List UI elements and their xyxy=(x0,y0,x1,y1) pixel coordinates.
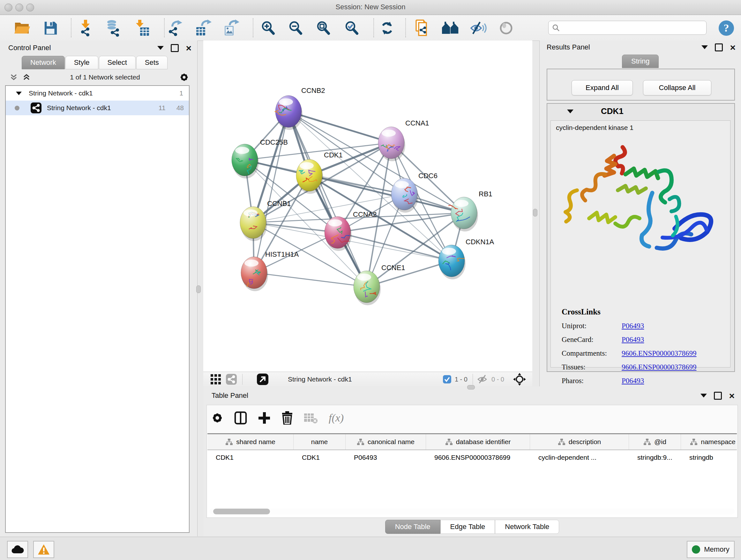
panel-close-icon[interactable]: × xyxy=(186,45,192,51)
table-cell[interactable]: cyclin-dependent ... xyxy=(530,454,629,461)
network-edge[interactable] xyxy=(288,111,367,287)
panel-maximize-icon[interactable] xyxy=(714,392,722,400)
network-collection-row[interactable]: String Network - cdk1 1 xyxy=(6,86,189,101)
crosslink-pharos[interactable]: P06493 xyxy=(622,377,644,385)
search-input[interactable] xyxy=(560,24,698,32)
column-header--id[interactable]: @id xyxy=(629,434,681,449)
table-cell[interactable]: stringdb xyxy=(681,454,741,461)
panel-close-icon[interactable]: × xyxy=(729,393,735,399)
column-header-description[interactable]: description xyxy=(530,434,629,449)
share-document-button[interactable] xyxy=(412,19,431,37)
refresh-button[interactable] xyxy=(378,19,397,37)
tab-style[interactable]: Style xyxy=(65,56,98,69)
panel-maximize-icon[interactable] xyxy=(715,44,723,51)
import-network-database-button[interactable] xyxy=(104,19,123,37)
preview-button[interactable] xyxy=(496,19,516,37)
gear-icon[interactable] xyxy=(179,72,189,82)
network-node-CCNB2[interactable]: CCNB2 xyxy=(275,86,325,130)
table-cell[interactable]: 9606.ENSP00000378699 xyxy=(426,454,530,461)
crosslink-uniprot[interactable]: P06493 xyxy=(622,322,644,330)
collapse-all-button[interactable]: Collapse All xyxy=(643,80,711,96)
crosslink-tissues[interactable]: 9606.ENSP00000378699 xyxy=(622,363,697,371)
table-settings-gear-icon[interactable] xyxy=(211,412,223,424)
tab-select[interactable]: Select xyxy=(99,56,136,69)
network-node-RB1[interactable]: RB1 xyxy=(448,190,492,232)
crosslinks-heading: CrossLinks xyxy=(562,307,697,316)
panel-float-icon[interactable] xyxy=(701,45,708,49)
panel-maximize-icon[interactable] xyxy=(171,44,179,52)
import-network-file-button[interactable] xyxy=(77,19,96,37)
delete-table-icon[interactable] xyxy=(304,412,318,424)
export-image-button[interactable] xyxy=(221,19,241,37)
table-cell[interactable]: P06493 xyxy=(346,454,426,461)
panel-float-icon[interactable] xyxy=(157,46,164,50)
show-columns-icon[interactable] xyxy=(234,411,247,425)
collapse-all-icon[interactable] xyxy=(10,73,18,81)
export-table-button[interactable] xyxy=(194,19,213,37)
column-header-name[interactable]: name xyxy=(293,434,346,449)
network-edge[interactable] xyxy=(288,111,391,143)
cloud-button[interactable] xyxy=(7,541,28,558)
horizontal-scrollbar[interactable] xyxy=(209,509,735,514)
tab-edge-table[interactable]: Edge Table xyxy=(441,520,495,534)
pan-crosshair-icon[interactable] xyxy=(513,373,526,386)
network-canvas[interactable]: CCNB2CCNA1CDC25BCDK1CDC6RB1CCNB1CCNA2CDK… xyxy=(203,41,532,372)
tab-string[interactable]: String xyxy=(622,55,659,68)
table-row[interactable]: CDK1CDK1P064939606.ENSP00000378699cyclin… xyxy=(207,450,737,465)
gene-panel: CDK1 cyclin-dependent kinase 1 xyxy=(547,103,735,372)
selected-checkbox-icon[interactable] xyxy=(443,375,452,384)
tab-node-table[interactable]: Node Table xyxy=(385,520,441,534)
network-node-CDKN1A[interactable]: CDKN1A xyxy=(439,238,494,279)
delete-column-icon[interactable] xyxy=(281,411,293,425)
left-divider-handle[interactable] xyxy=(196,286,201,293)
help-button[interactable]: ? xyxy=(717,19,736,37)
warnings-button[interactable] xyxy=(33,541,54,558)
hidden-eye-icon[interactable] xyxy=(477,374,488,384)
network-edge[interactable] xyxy=(254,111,288,273)
node-table: shared namenamecanonical namedatabase id… xyxy=(207,433,737,517)
panel-float-icon[interactable] xyxy=(700,394,707,397)
network-node-CDC6[interactable]: CDC6 xyxy=(391,172,437,212)
save-session-button[interactable] xyxy=(41,19,60,37)
network-edge[interactable] xyxy=(254,273,367,287)
gene-collapse-icon[interactable] xyxy=(567,110,574,113)
bottom-divider-handle[interactable] xyxy=(467,385,475,389)
add-column-icon[interactable] xyxy=(258,412,271,424)
panel-close-icon[interactable]: × xyxy=(730,44,736,51)
memory-button[interactable]: Memory xyxy=(687,541,735,558)
table-cell[interactable]: CDK1 xyxy=(207,454,293,461)
column-header-canonical-name[interactable]: canonical name xyxy=(346,434,426,449)
hide-unhide-button[interactable] xyxy=(469,19,488,37)
expand-all-icon[interactable] xyxy=(22,73,30,81)
column-header-namespace[interactable]: namespace xyxy=(681,434,741,449)
zoom-in-button[interactable] xyxy=(259,19,278,37)
table-cell[interactable]: CDK1 xyxy=(293,454,346,461)
import-table-button[interactable] xyxy=(132,19,151,37)
right-divider-handle[interactable] xyxy=(533,209,537,216)
zoom-selected-button[interactable] xyxy=(342,19,361,37)
column-header-database-identifier[interactable]: database identifier xyxy=(426,434,530,449)
open-in-window-icon[interactable] xyxy=(257,373,269,385)
network-share-view-icon[interactable] xyxy=(226,374,237,385)
column-header-shared-name[interactable]: shared name xyxy=(207,434,293,449)
network-graph[interactable]: CCNB2CCNA1CDC25BCDK1CDC6RB1CCNB1CCNA2CDK… xyxy=(203,41,532,372)
collection-expand-icon[interactable] xyxy=(16,91,22,95)
network-node-CCNE1[interactable]: CCNE1 xyxy=(354,264,405,305)
export-network-button[interactable] xyxy=(165,19,185,37)
table-cell[interactable]: stringdb:9... xyxy=(629,454,681,461)
string-home-button[interactable] xyxy=(441,19,460,37)
crosslink-compartments[interactable]: 9606.ENSP00000378699 xyxy=(622,349,697,358)
scrollbar-thumb[interactable] xyxy=(213,509,270,514)
open-session-button[interactable] xyxy=(13,19,32,37)
network-row[interactable]: String Network - cdk1 11 48 xyxy=(6,101,189,115)
crosslink-genecard[interactable]: P06493 xyxy=(622,335,644,344)
zoom-fit-button[interactable] xyxy=(314,19,333,37)
expand-all-button[interactable]: Expand All xyxy=(571,80,633,96)
function-builder-icon[interactable]: f(x) xyxy=(329,412,344,424)
grid-view-icon[interactable] xyxy=(210,374,221,385)
zoom-out-button[interactable] xyxy=(286,19,305,37)
tab-network[interactable]: Network xyxy=(22,56,65,69)
network-node-HIST1H1A[interactable]: HIST1H1A xyxy=(241,250,299,291)
tab-sets[interactable]: Sets xyxy=(136,56,167,69)
tab-network-table[interactable]: Network Table xyxy=(495,520,559,534)
